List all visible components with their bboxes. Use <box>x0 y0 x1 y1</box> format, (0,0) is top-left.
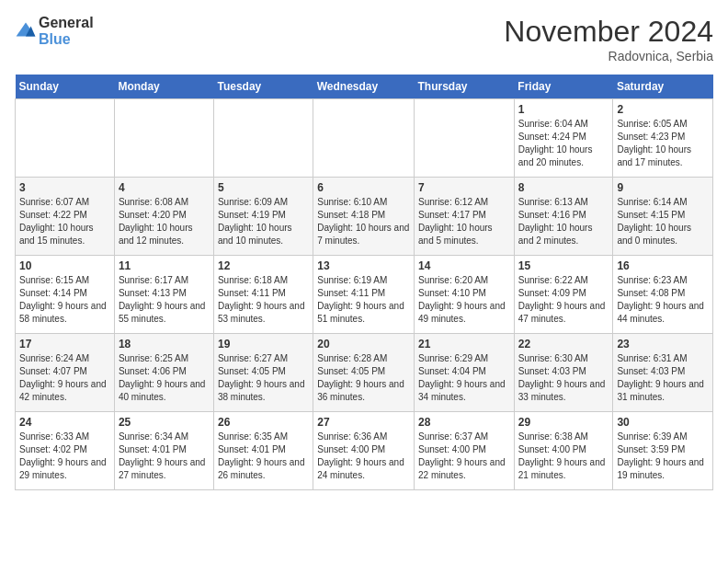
calendar-cell: 13Sunrise: 6:19 AM Sunset: 4:11 PM Dayli… <box>313 256 415 334</box>
calendar-cell: 4Sunrise: 6:08 AM Sunset: 4:20 PM Daylig… <box>114 178 213 256</box>
day-content: Sunrise: 6:37 AM Sunset: 4:00 PM Dayligh… <box>418 431 510 482</box>
day-content: Sunrise: 6:14 AM Sunset: 4:15 PM Dayligh… <box>617 196 709 247</box>
calendar-cell: 1Sunrise: 6:04 AM Sunset: 4:24 PM Daylig… <box>514 99 613 178</box>
day-content: Sunrise: 6:34 AM Sunset: 4:01 PM Dayligh… <box>119 431 210 482</box>
page-header: General Blue November 2024 Radovnica, Se… <box>15 15 713 63</box>
day-number: 1 <box>518 103 609 116</box>
logo-icon <box>15 20 37 42</box>
calendar-cell: 18Sunrise: 6:25 AM Sunset: 4:06 PM Dayli… <box>114 334 213 412</box>
day-content: Sunrise: 6:13 AM Sunset: 4:16 PM Dayligh… <box>518 196 609 247</box>
day-number: 7 <box>418 181 510 194</box>
calendar-cell: 23Sunrise: 6:31 AM Sunset: 4:03 PM Dayli… <box>613 334 713 412</box>
day-content: Sunrise: 6:29 AM Sunset: 4:04 PM Dayligh… <box>418 352 510 404</box>
day-number: 6 <box>317 181 410 194</box>
day-content: Sunrise: 6:27 AM Sunset: 4:05 PM Dayligh… <box>218 352 309 404</box>
calendar-cell: 30Sunrise: 6:39 AM Sunset: 3:59 PM Dayli… <box>613 412 713 490</box>
calendar-cell: 26Sunrise: 6:35 AM Sunset: 4:01 PM Dayli… <box>213 412 313 490</box>
column-header-tuesday: Tuesday <box>213 75 313 99</box>
calendar-cell: 6Sunrise: 6:10 AM Sunset: 4:18 PM Daylig… <box>313 178 415 256</box>
calendar-header-row: SundayMondayTuesdayWednesdayThursdayFrid… <box>16 75 713 99</box>
calendar-cell: 9Sunrise: 6:14 AM Sunset: 4:15 PM Daylig… <box>613 178 713 256</box>
day-content: Sunrise: 6:10 AM Sunset: 4:18 PM Dayligh… <box>317 196 410 247</box>
calendar-cell: 28Sunrise: 6:37 AM Sunset: 4:00 PM Dayli… <box>415 412 515 490</box>
calendar-cell: 24Sunrise: 6:33 AM Sunset: 4:02 PM Dayli… <box>16 412 115 490</box>
column-header-thursday: Thursday <box>415 75 515 99</box>
day-content: Sunrise: 6:22 AM Sunset: 4:09 PM Dayligh… <box>518 274 609 326</box>
day-number: 30 <box>617 416 709 429</box>
day-number: 19 <box>218 338 309 350</box>
day-content: Sunrise: 6:12 AM Sunset: 4:17 PM Dayligh… <box>418 196 510 247</box>
calendar-cell: 2Sunrise: 6:05 AM Sunset: 4:23 PM Daylig… <box>613 99 713 178</box>
day-content: Sunrise: 6:31 AM Sunset: 4:03 PM Dayligh… <box>617 352 709 404</box>
day-number: 27 <box>317 416 410 429</box>
calendar-cell: 22Sunrise: 6:30 AM Sunset: 4:03 PM Dayli… <box>514 334 613 412</box>
day-number: 13 <box>317 259 410 272</box>
day-content: Sunrise: 6:09 AM Sunset: 4:19 PM Dayligh… <box>218 196 309 247</box>
column-header-sunday: Sunday <box>16 75 115 99</box>
calendar-cell: 25Sunrise: 6:34 AM Sunset: 4:01 PM Dayli… <box>114 412 213 490</box>
column-header-wednesday: Wednesday <box>313 75 415 99</box>
calendar-week-row: 10Sunrise: 6:15 AM Sunset: 4:14 PM Dayli… <box>16 256 713 334</box>
day-number: 8 <box>518 181 609 194</box>
day-content: Sunrise: 6:19 AM Sunset: 4:11 PM Dayligh… <box>317 274 410 326</box>
day-number: 20 <box>317 338 410 350</box>
day-number: 22 <box>518 338 609 350</box>
logo-text-blue: Blue <box>39 31 94 48</box>
logo-text-general: General <box>39 15 94 31</box>
calendar-cell: 17Sunrise: 6:24 AM Sunset: 4:07 PM Dayli… <box>16 334 115 412</box>
day-content: Sunrise: 6:39 AM Sunset: 3:59 PM Dayligh… <box>617 431 709 482</box>
calendar-cell <box>213 99 313 178</box>
calendar-cell: 7Sunrise: 6:12 AM Sunset: 4:17 PM Daylig… <box>415 178 515 256</box>
day-content: Sunrise: 6:24 AM Sunset: 4:07 PM Dayligh… <box>19 352 110 404</box>
day-content: Sunrise: 6:23 AM Sunset: 4:08 PM Dayligh… <box>617 274 709 326</box>
day-content: Sunrise: 6:30 AM Sunset: 4:03 PM Dayligh… <box>518 352 609 404</box>
day-content: Sunrise: 6:35 AM Sunset: 4:01 PM Dayligh… <box>218 431 309 482</box>
title-area: November 2024 Radovnica, Serbia <box>504 15 713 63</box>
calendar-cell: 5Sunrise: 6:09 AM Sunset: 4:19 PM Daylig… <box>213 178 313 256</box>
month-title: November 2024 <box>504 15 713 49</box>
day-content: Sunrise: 6:25 AM Sunset: 4:06 PM Dayligh… <box>119 352 210 404</box>
day-content: Sunrise: 6:07 AM Sunset: 4:22 PM Dayligh… <box>19 196 110 247</box>
calendar-cell: 16Sunrise: 6:23 AM Sunset: 4:08 PM Dayli… <box>613 256 713 334</box>
day-number: 12 <box>218 259 309 272</box>
calendar-cell: 10Sunrise: 6:15 AM Sunset: 4:14 PM Dayli… <box>16 256 115 334</box>
day-number: 4 <box>119 181 210 194</box>
day-number: 11 <box>119 259 210 272</box>
day-number: 2 <box>617 103 709 116</box>
calendar-week-row: 24Sunrise: 6:33 AM Sunset: 4:02 PM Dayli… <box>16 412 713 490</box>
calendar-cell: 14Sunrise: 6:20 AM Sunset: 4:10 PM Dayli… <box>415 256 515 334</box>
calendar-cell: 15Sunrise: 6:22 AM Sunset: 4:09 PM Dayli… <box>514 256 613 334</box>
day-content: Sunrise: 6:28 AM Sunset: 4:05 PM Dayligh… <box>317 352 410 404</box>
day-number: 16 <box>617 259 709 272</box>
day-number: 15 <box>518 259 609 272</box>
day-content: Sunrise: 6:17 AM Sunset: 4:13 PM Dayligh… <box>119 274 210 326</box>
calendar-table: SundayMondayTuesdayWednesdayThursdayFrid… <box>15 75 713 490</box>
logo: General Blue <box>15 15 94 48</box>
calendar-cell: 11Sunrise: 6:17 AM Sunset: 4:13 PM Dayli… <box>114 256 213 334</box>
day-content: Sunrise: 6:33 AM Sunset: 4:02 PM Dayligh… <box>19 431 110 482</box>
day-number: 28 <box>418 416 510 429</box>
day-number: 23 <box>617 338 709 350</box>
calendar-week-row: 17Sunrise: 6:24 AM Sunset: 4:07 PM Dayli… <box>16 334 713 412</box>
day-number: 24 <box>19 416 110 429</box>
calendar-week-row: 3Sunrise: 6:07 AM Sunset: 4:22 PM Daylig… <box>16 178 713 256</box>
location-subtitle: Radovnica, Serbia <box>504 49 713 63</box>
calendar-cell <box>415 99 515 178</box>
calendar-cell: 3Sunrise: 6:07 AM Sunset: 4:22 PM Daylig… <box>16 178 115 256</box>
day-number: 26 <box>218 416 309 429</box>
day-content: Sunrise: 6:36 AM Sunset: 4:00 PM Dayligh… <box>317 431 410 482</box>
column-header-saturday: Saturday <box>613 75 713 99</box>
calendar-cell <box>313 99 415 178</box>
day-number: 5 <box>218 181 309 194</box>
day-content: Sunrise: 6:04 AM Sunset: 4:24 PM Dayligh… <box>518 118 609 169</box>
day-number: 18 <box>119 338 210 350</box>
day-number: 3 <box>19 181 110 194</box>
day-number: 14 <box>418 259 510 272</box>
column-header-friday: Friday <box>514 75 613 99</box>
day-content: Sunrise: 6:20 AM Sunset: 4:10 PM Dayligh… <box>418 274 510 326</box>
day-content: Sunrise: 6:05 AM Sunset: 4:23 PM Dayligh… <box>617 118 709 169</box>
day-content: Sunrise: 6:18 AM Sunset: 4:11 PM Dayligh… <box>218 274 309 326</box>
calendar-week-row: 1Sunrise: 6:04 AM Sunset: 4:24 PM Daylig… <box>16 99 713 178</box>
calendar-cell: 8Sunrise: 6:13 AM Sunset: 4:16 PM Daylig… <box>514 178 613 256</box>
day-number: 10 <box>19 259 110 272</box>
